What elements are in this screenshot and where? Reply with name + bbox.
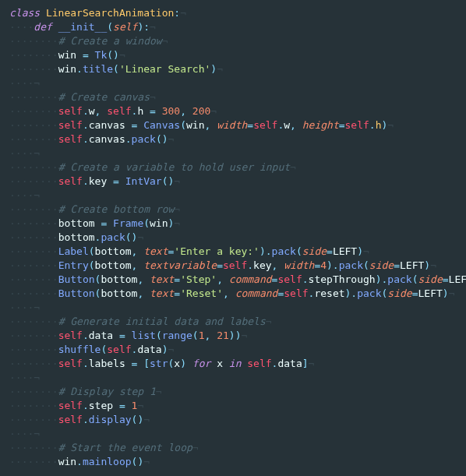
code-line[interactable]: ········self.display()¬ (0, 413, 466, 427)
code-line[interactable]: ········self.data = list(range(1, 21))¬ (0, 329, 466, 343)
code-line[interactable]: ········self.w, self.h = 300, 200¬ (0, 104, 466, 118)
code-line[interactable]: ········win = Tk()¬ (0, 48, 466, 62)
code-line[interactable]: class LinearSearchAnimation:¬ (0, 6, 466, 20)
code-line[interactable]: ····¬ (0, 301, 466, 315)
code-line[interactable]: ········# Create a window¬ (0, 34, 466, 48)
code-line[interactable]: ········# Start the event loop¬ (0, 441, 466, 455)
code-line[interactable]: ····¬ (0, 76, 466, 90)
code-line[interactable]: ········# Display step 1¬ (0, 385, 466, 399)
code-line[interactable]: ········Button(bottom, text='Step', comm… (0, 273, 466, 287)
code-line[interactable]: ········Button(bottom, text='Reset', com… (0, 287, 466, 301)
code-line[interactable]: ········bottom = Frame(win)¬ (0, 217, 466, 231)
code-line[interactable]: ········Entry(bottom, textvariable=self.… (0, 259, 466, 273)
code-line[interactable]: ····def __init__(self):¬ (0, 20, 466, 34)
code-line[interactable]: ········# Generate initial data and labe… (0, 315, 466, 329)
code-line[interactable]: ····¬ (0, 146, 466, 160)
code-line[interactable]: ········self.canvas.pack()¬ (0, 132, 466, 146)
code-line[interactable]: ····¬ (0, 427, 466, 441)
code-line[interactable]: ········Label(bottom, text='Enter a key:… (0, 245, 466, 259)
code-line[interactable]: ········# Create canvas¬ (0, 90, 466, 104)
code-line[interactable]: ····¬ (0, 371, 466, 385)
code-line[interactable]: ········# Create a variable to hold user… (0, 160, 466, 175)
code-editor[interactable]: class LinearSearchAnimation:¬····def __i… (0, 0, 466, 476)
code-line[interactable]: ········self.labels = [str(x) for x in s… (0, 357, 466, 371)
code-line[interactable]: ········shuffle(self.data)¬ (0, 343, 466, 357)
code-line[interactable]: ····¬ (0, 189, 466, 203)
code-line[interactable]: ········self.key = IntVar()¬ (0, 175, 466, 189)
code-line[interactable]: ········# Create bottom row¬ (0, 203, 466, 217)
code-line[interactable]: ········bottom.pack()¬ (0, 231, 466, 245)
code-line[interactable]: ········self.canvas = Canvas(win, width=… (0, 118, 466, 132)
code-line[interactable]: ········win.mainloop()¬ (0, 455, 466, 469)
code-line[interactable]: ········win.title('Linear Search')¬ (0, 62, 466, 76)
code-line[interactable]: ········self.step = 1¬ (0, 399, 466, 413)
